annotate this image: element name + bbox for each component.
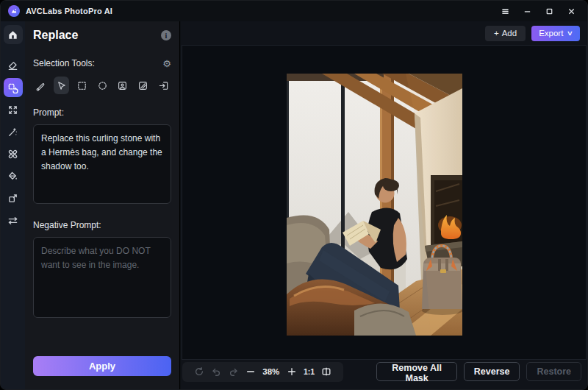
- zoom-in-icon[interactable]: [287, 366, 297, 377]
- restore-button[interactable]: Restore: [526, 362, 581, 381]
- resize-icon[interactable]: [4, 188, 23, 208]
- export-button-label: Export: [539, 29, 563, 38]
- prompt-label: Prompt:: [33, 107, 171, 118]
- canvas[interactable]: [182, 45, 587, 360]
- home-icon[interactable]: [4, 25, 23, 44]
- background-select-icon[interactable]: [135, 77, 151, 94]
- menu-icon[interactable]: [496, 4, 514, 18]
- compare-icon[interactable]: [321, 366, 331, 377]
- plus-icon: +: [494, 29, 499, 38]
- negative-prompt-input[interactable]: [33, 237, 171, 318]
- rect-select-icon[interactable]: [74, 77, 90, 94]
- zoom-level[interactable]: 38%: [262, 367, 279, 376]
- title-bar: AVCLabs PhotoPro AI: [1, 1, 587, 21]
- replace-tool-icon[interactable]: [4, 78, 23, 97]
- export-button[interactable]: Export∨: [531, 26, 580, 41]
- eraser-icon[interactable]: [4, 56, 23, 75]
- remove-all-mask-button[interactable]: Remove All Mask: [376, 362, 456, 381]
- colorize-icon[interactable]: [4, 144, 23, 163]
- maximize-button[interactable]: [540, 4, 558, 18]
- prompt-input[interactable]: Replace this curling stone with a Hermès…: [33, 124, 171, 204]
- brush-tool-icon[interactable]: [33, 77, 49, 94]
- import-select-icon[interactable]: [155, 77, 171, 94]
- tool-rail: [1, 21, 25, 389]
- page-title: Replace: [33, 29, 78, 42]
- negative-prompt-label: Negative Prompt:: [33, 220, 171, 230]
- main-header: +Add Export∨: [181, 21, 587, 45]
- reset-icon[interactable]: [194, 366, 204, 377]
- zoom-out-icon[interactable]: [245, 366, 256, 377]
- redo-icon[interactable]: [229, 366, 239, 377]
- app-title: AVCLabs PhotoPro AI: [26, 7, 112, 15]
- app-window: AVCLabs PhotoPro AI: [0, 0, 588, 390]
- chevron-down-icon: ∨: [567, 29, 573, 37]
- replace-panel: Replace i Selection Tools: ⚙: [25, 21, 180, 389]
- selection-tools-row: [33, 77, 171, 94]
- main-area: +Add Export∨: [181, 21, 587, 389]
- add-button[interactable]: +Add: [485, 26, 526, 41]
- info-icon[interactable]: i: [161, 30, 171, 40]
- subject-select-icon[interactable]: [115, 77, 131, 94]
- paint-bucket-icon[interactable]: [4, 166, 23, 185]
- gear-icon[interactable]: ⚙: [162, 59, 171, 68]
- undo-icon[interactable]: [211, 366, 221, 377]
- bottom-toolbar: 38% 1:1 Remove All Mask Reverse Restore: [181, 360, 587, 383]
- close-button[interactable]: [562, 4, 580, 18]
- selection-tools-label: Selection Tools:: [33, 58, 95, 68]
- minimize-button[interactable]: [518, 4, 536, 18]
- adjust-sliders-icon[interactable]: [4, 210, 23, 230]
- app-logo-icon: [8, 5, 20, 17]
- cursor-tool-icon[interactable]: [54, 77, 70, 94]
- upscale-icon[interactable]: [4, 100, 23, 119]
- photo-woman-reading-by-fireplace[interactable]: [287, 74, 462, 336]
- reverse-button[interactable]: Reverse: [464, 362, 520, 381]
- ellipse-select-icon[interactable]: [94, 77, 110, 94]
- magic-wand-icon[interactable]: [4, 122, 23, 141]
- ratio-1-1-button[interactable]: 1:1: [304, 367, 315, 376]
- add-button-label: Add: [502, 29, 517, 38]
- apply-button[interactable]: Apply: [33, 356, 171, 376]
- zoom-toolbar: 38% 1:1: [182, 362, 343, 382]
